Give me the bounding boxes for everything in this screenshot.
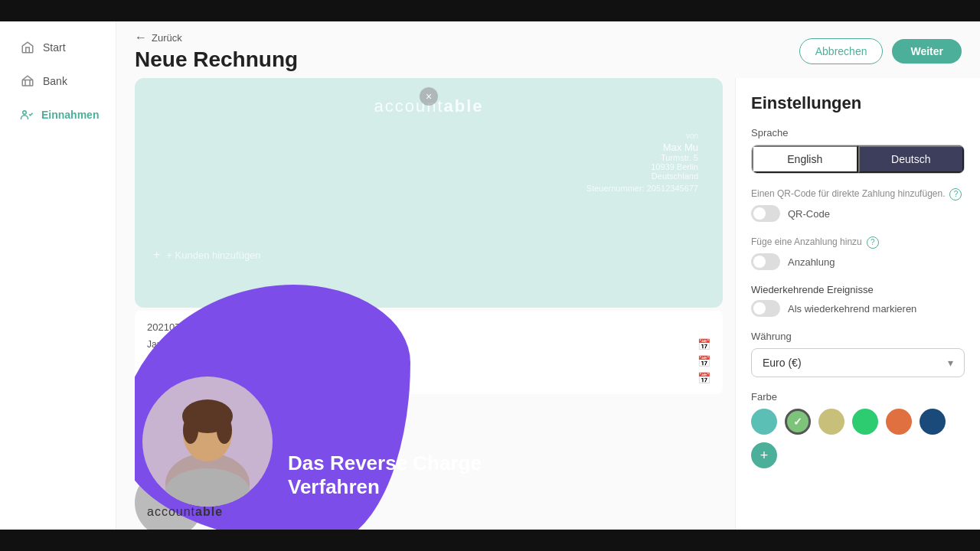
qr-label: Einen QR-Code für direkte Zahlung hinzuf… xyxy=(751,187,945,201)
add-customer-button[interactable]: + + Kunden hinzufügen xyxy=(153,248,261,262)
svg-rect-0 xyxy=(22,80,33,86)
letterbox-bottom xyxy=(0,530,980,551)
svg-rect-5 xyxy=(198,442,217,461)
back-label: Zurück xyxy=(152,32,182,44)
sidebar: Start Bank Einnahmen xyxy=(0,21,116,530)
add-customer-label: + Kunden hinzufügen xyxy=(166,249,260,261)
sidebar-item-bank[interactable]: Bank xyxy=(6,66,109,96)
sidebar-start-label: Start xyxy=(43,41,66,54)
invoice-number: 20210718 xyxy=(147,321,191,333)
qr-help-icon[interactable]: ? xyxy=(949,188,962,201)
footer-logo: accountable xyxy=(147,505,223,519)
invoice-from: von Max Mu Turmstr. 5 10939 Berlin Deuts… xyxy=(586,132,698,193)
color-row: ✓ + xyxy=(751,409,965,468)
settings-recurring: Wiederkehrende Ereignisse Als wiederkehr… xyxy=(751,284,965,317)
color-add[interactable]: + xyxy=(751,442,777,468)
letterbox-top xyxy=(0,0,980,21)
settings-color: Farbe ✓ + xyxy=(751,391,965,468)
anzahlung-question: Füge eine Anzahlung hinzu ? xyxy=(751,236,965,249)
svg-point-7 xyxy=(182,399,233,433)
sidebar-bank-label: Bank xyxy=(43,75,67,87)
anzahlung-help-icon[interactable]: ? xyxy=(867,236,879,249)
qr-question: Einen QR-Code für direkte Zahlung hinzuf… xyxy=(751,187,965,201)
svg-point-4 xyxy=(165,453,250,507)
recurring-toggle[interactable] xyxy=(751,300,780,317)
color-khaki[interactable] xyxy=(818,409,844,435)
tax-number: Steuernummer: 20512345677 xyxy=(586,184,698,193)
settings-sprache: Sprache English Deutsch xyxy=(751,127,965,174)
color-emerald[interactable] xyxy=(852,409,878,435)
farbe-label: Farbe xyxy=(751,391,965,403)
from-label: von xyxy=(586,132,698,140)
currency-select[interactable]: Euro (€) ▾ xyxy=(751,348,965,377)
anzahlung-toggle-label: Anzahlung xyxy=(788,256,835,268)
invoice-preview: × accountable von Max Mu Turmstr. 5 1093… xyxy=(135,78,723,530)
settings-title: Einstellungen xyxy=(751,93,965,113)
language-toggle: English Deutsch xyxy=(751,145,965,174)
sidebar-item-einnahmen[interactable]: Einnahmen xyxy=(6,99,109,130)
income-icon xyxy=(20,107,34,122)
invoice-card: × accountable von Max Mu Turmstr. 5 1093… xyxy=(135,78,723,308)
page-header: ← Zurück Neue Rechnung Abbrechen Weiter xyxy=(116,21,980,78)
settings-currency: Währung Euro (€) ▾ xyxy=(751,331,965,377)
qr-toggle-row: QR-Code xyxy=(751,205,965,222)
overlay-title-line2: Verfahren xyxy=(288,475,482,499)
qr-toggle[interactable] xyxy=(751,205,780,222)
address1: Turmstr. 5 xyxy=(586,153,698,162)
overlay-title-line1: Das Reverse Charge xyxy=(288,452,482,475)
sidebar-item-start[interactable]: Start xyxy=(6,32,109,63)
svg-point-6 xyxy=(183,406,232,461)
invoice-number-row: 20210718 ✎ xyxy=(147,318,710,336)
calendar-icon-3[interactable]: 📅 xyxy=(697,372,710,384)
svg-point-8 xyxy=(183,416,198,444)
color-teal[interactable] xyxy=(751,409,777,435)
settings-panel: Einstellungen Sprache English Deutsch Ei… xyxy=(735,78,980,530)
anzahlung-toggle-row: Anzahlung xyxy=(751,253,965,270)
sprache-label: Sprache xyxy=(751,127,965,139)
lang-deutsch-button[interactable]: Deutsch xyxy=(858,145,965,173)
header-right: Abbrechen Weiter xyxy=(799,31,962,64)
color-orange[interactable] xyxy=(886,409,912,435)
content-body: × accountable von Max Mu Turmstr. 5 1093… xyxy=(116,78,980,530)
next-button[interactable]: Weiter xyxy=(892,39,962,64)
close-button[interactable]: × xyxy=(420,87,438,106)
bank-icon xyxy=(20,73,35,89)
recurring-toggle-row: Als wiederkehrend markieren xyxy=(751,300,965,317)
color-green-check[interactable]: ✓ xyxy=(785,409,811,435)
cancel-button[interactable]: Abbrechen xyxy=(799,38,884,64)
calendar-icon-2[interactable]: 📅 xyxy=(697,355,710,367)
lang-english-button[interactable]: English xyxy=(752,145,858,173)
back-arrow-icon: ← xyxy=(135,31,147,44)
avatar xyxy=(142,377,273,507)
qr-toggle-label: QR-Code xyxy=(788,208,830,220)
home-icon xyxy=(20,40,35,55)
recurring-title: Wiederkehrende Ereignisse xyxy=(751,284,965,295)
header-left: ← Zurück Neue Rechnung xyxy=(135,31,298,72)
page-title: Neue Rechnung xyxy=(135,47,298,72)
content-area: ← Zurück Neue Rechnung Abbrechen Weiter … xyxy=(116,21,980,530)
settings-qr: Einen QR-Code für direkte Zahlung hinzuf… xyxy=(751,187,965,222)
settings-anzahlung: Füge eine Anzahlung hinzu ? Anzahlung xyxy=(751,236,965,270)
gray-blob xyxy=(135,468,204,530)
edit-icon[interactable]: ✎ xyxy=(198,321,206,333)
date-row-1: Jan. 2024 📅 xyxy=(147,336,710,353)
svg-point-3 xyxy=(23,111,27,115)
chevron-down-icon: ▾ xyxy=(948,357,953,369)
currency-value: Euro (€) xyxy=(763,357,802,369)
svg-point-9 xyxy=(217,416,232,444)
company-name: Max Mu xyxy=(586,142,698,153)
address3: Deutschland xyxy=(586,171,698,181)
recurring-toggle-label: Als wiederkehrend markieren xyxy=(788,303,916,315)
currency-label: Währung xyxy=(751,331,965,342)
date-row-2: Jan. 2024 📅 xyxy=(147,353,710,370)
add-icon: + xyxy=(153,248,160,262)
anzahlung-toggle[interactable] xyxy=(751,253,780,270)
calendar-icon-1[interactable]: 📅 xyxy=(697,338,710,350)
svg-point-10 xyxy=(165,468,250,507)
date-row-3: eb. 2024 📅 xyxy=(147,370,710,386)
color-navy[interactable] xyxy=(920,409,946,435)
address2: 10939 Berlin xyxy=(586,162,698,171)
back-button[interactable]: ← Zurück xyxy=(135,31,298,44)
invoice-rows: 20210718 ✎ Jan. 2024 📅 Jan. 2024 📅 eb. 2… xyxy=(135,311,723,394)
anzahlung-label: Füge eine Anzahlung hinzu xyxy=(751,236,862,249)
